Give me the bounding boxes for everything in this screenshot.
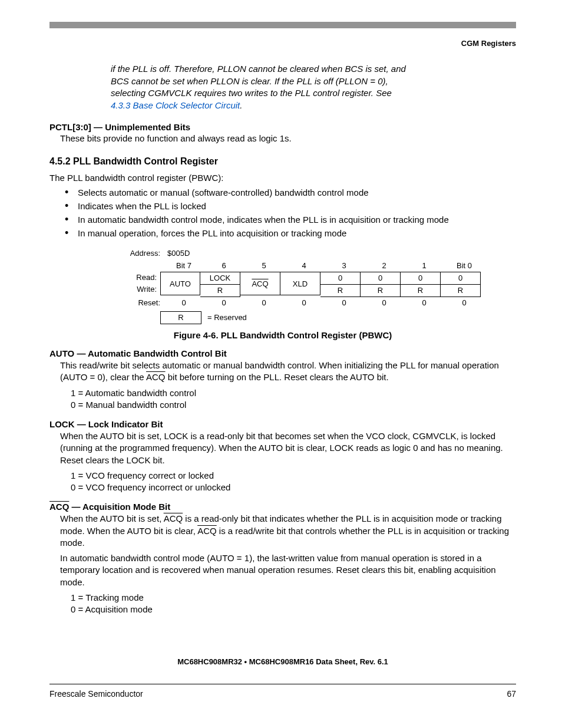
bit0-write-R: R [441,284,481,297]
footer: MC68HC908MR32 • MC68HC908MR16 Data Sheet… [49,657,516,699]
note-line1: if the PLL is off. Therefore, PLLON cann… [111,64,406,74]
write-label: Write: [119,284,160,295]
lock-values: 1 = VCO frequency correct or locked 0 = … [71,470,516,494]
bit1-read-0: 0 [401,272,441,284]
bit0-read-0: 0 [441,272,481,284]
section-bullets: Selects automatic or manual (software-co… [49,187,516,238]
acq-body1: When the AUTO bit is set, ACQ is a read-… [60,513,516,549]
addr-val: $005D [164,249,190,258]
legend-rbox: R [160,311,201,324]
auto-body: This read/write bit selects automatic or… [60,360,516,384]
note-link[interactable]: 4.3.3 Base Clock Selector Circuit [111,100,240,110]
reset-val: 0 [364,297,404,309]
reset-val: 0 [164,297,204,309]
bit-header: 4 [284,260,324,272]
bit6-read-lock: LOCK [200,272,240,284]
bit-header: 1 [404,260,444,272]
bit-header: 6 [204,260,244,272]
legend-text: = Reserved [201,311,247,324]
bit3-read-0: 0 [320,272,361,284]
bit3-write-R: R [320,284,361,297]
reset-val: 0 [244,297,284,309]
bit6-write-R: R [200,284,240,297]
bit2-write-R: R [361,284,401,297]
lock-body: When the AUTO bit is set, LOCK is a read… [60,430,516,466]
bit-header: 2 [364,260,404,272]
acq-body2: In automatic bandwidth control mode (AUT… [60,552,516,588]
read-label: Read: [119,272,160,284]
figure-caption: Figure 4-6. PLL Bandwidth Control Regist… [49,330,516,340]
list-item: In automatic bandwidth control mode, ind… [78,215,516,225]
doc-rev: MC68HC908MR32 • MC68HC908MR16 Data Sheet… [49,657,516,666]
bit-header: Bit 7 [164,260,204,272]
pctl-head: PCTL[3:0] — Unimplemented Bits [49,122,516,132]
note-block: if the PLL is off. Therefore, PLLON cann… [111,63,516,111]
acq-values: 1 = Tracking mode 0 = Acquisition mode [71,592,516,616]
reset-label: Reset: [119,297,164,309]
reset-val: 0 [204,297,244,309]
acq-head: ACQ — Acquisition Mode Bit [49,502,516,512]
note-period: . [240,100,242,110]
reset-val: 0 [404,297,444,309]
reset-val: 0 [324,297,364,309]
reset-val: 0 [284,297,324,309]
bit1-write-R: R [401,284,441,297]
bit5-acq: ACQ [240,272,280,295]
header-section: CGM Registers [49,39,516,48]
page-number: 67 [507,689,516,699]
addr-label: Address: [119,249,164,258]
lock-head: LOCK — Lock Indicator Bit [49,419,516,429]
note-line2: BCS cannot be set when PLLON is clear. I… [111,76,388,86]
auto-values: 1 = Automatic bandwidth control 0 = Manu… [71,387,516,411]
bit4-xld: XLD [280,272,320,295]
list-item: Selects automatic or manual (software-co… [78,187,516,197]
auto-head: AUTO — Automatic Bandwidth Control Bit [49,348,516,358]
bit7-auto: AUTO [160,272,200,295]
bit-header: 5 [244,260,284,272]
list-item: Indicates when the PLL is locked [78,201,516,211]
section-intro: The PLL bandwidth control register (PBWC… [49,173,516,183]
bit2-read-0: 0 [361,272,401,284]
list-item: In manual operation, forces the PLL into… [78,228,516,238]
bit-header: Bit 0 [444,260,484,272]
reset-val: 0 [444,297,484,309]
pctl-body: These bits provide no function and alway… [60,133,516,143]
bit-header: 3 [324,260,364,272]
note-line3: selecting CGMVCLK requires two writes to… [111,88,392,98]
top-rule [49,22,516,28]
register-diagram: Address: $005D Bit 7 6 5 4 3 2 1 Bit 0 R… [119,249,516,324]
section-title: 4.5.2 PLL Bandwidth Control Register [49,156,516,167]
page: CGM Registers if the PLL is off. Therefo… [0,0,562,728]
vendor: Freescale Semiconductor [49,689,143,699]
row-label-empty [119,260,164,272]
